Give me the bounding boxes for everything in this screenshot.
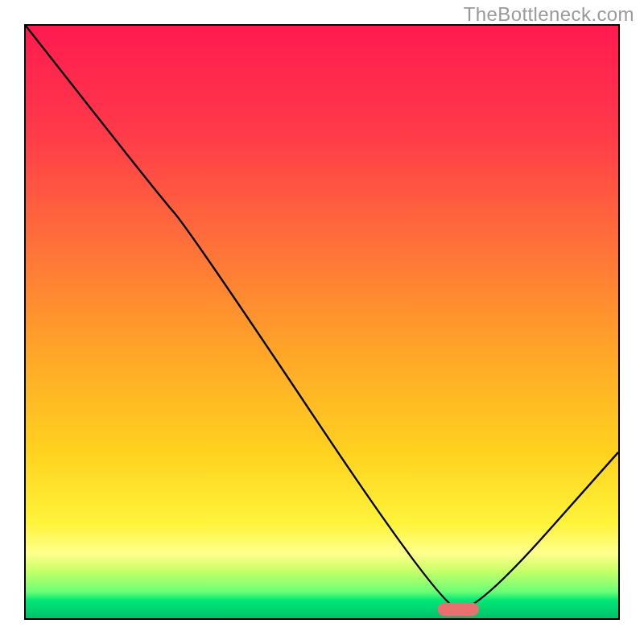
plot-area	[24, 24, 620, 620]
curve-overlay	[26, 26, 618, 618]
bottleneck-curve	[26, 26, 618, 609]
watermark-text: TheBottleneck.com	[464, 3, 634, 26]
optimal-marker	[438, 603, 480, 616]
chart-container: TheBottleneck.com	[0, 0, 644, 644]
